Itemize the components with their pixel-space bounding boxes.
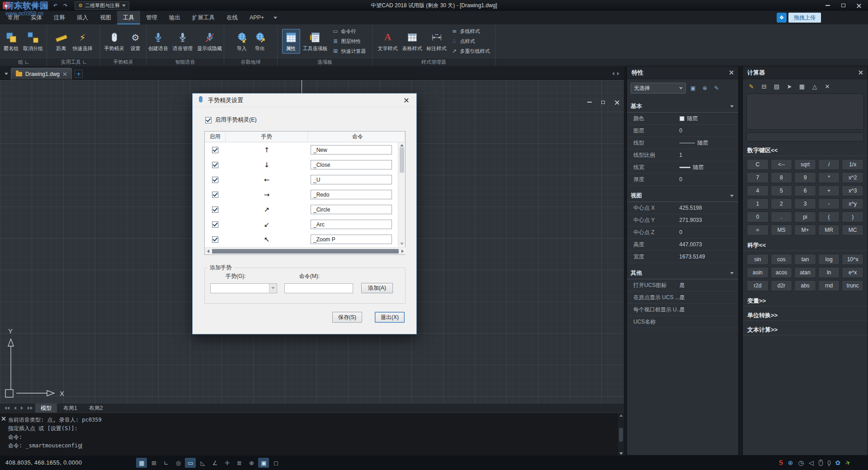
calc-key[interactable]: MS bbox=[771, 225, 793, 235]
scrollbar-thumb[interactable] bbox=[212, 249, 399, 254]
calc-key[interactable]: - bbox=[818, 198, 840, 209]
calc-key[interactable]: 6 bbox=[794, 185, 816, 196]
exit-button[interactable]: 退出(X) bbox=[375, 312, 405, 323]
scroll-down-icon[interactable] bbox=[400, 243, 404, 245]
history-icon[interactable]: ▤ bbox=[773, 82, 781, 90]
section-header-misc[interactable]: 其他 bbox=[627, 268, 738, 279]
calc-key[interactable]: / bbox=[818, 159, 840, 170]
next-layout-icon[interactable] bbox=[19, 406, 25, 410]
gesture-enable-checkbox[interactable] bbox=[212, 207, 218, 213]
property-row[interactable]: 每个视口都显示 U...是 bbox=[627, 304, 738, 316]
previous-layout-icon[interactable] bbox=[12, 406, 18, 410]
calc-key[interactable]: + bbox=[818, 185, 840, 196]
gesture-command-input[interactable] bbox=[311, 160, 392, 169]
distance-button[interactable]: 距离 bbox=[53, 29, 70, 53]
property-row[interactable]: 颜色随层 bbox=[627, 113, 738, 125]
undo-icon[interactable]: ↶ bbox=[51, 1, 60, 9]
numpad-section-header[interactable]: 数字键区<< bbox=[743, 145, 868, 156]
point-style-button[interactable]: ∴点样式 bbox=[451, 37, 490, 46]
calc-key[interactable]: C bbox=[747, 159, 769, 170]
calc-key[interactable]: 5 bbox=[771, 185, 793, 196]
scrollbar-thumb[interactable] bbox=[400, 147, 404, 173]
ribbon-options-icon[interactable] bbox=[270, 11, 281, 24]
calc-key[interactable]: 0 bbox=[747, 212, 769, 222]
mouse-icon[interactable] bbox=[819, 460, 823, 466]
calc-key[interactable]: 3 bbox=[794, 198, 816, 209]
gesture-command-input[interactable] bbox=[311, 190, 392, 199]
calc-key[interactable]: trunc bbox=[842, 280, 863, 291]
command-line-window[interactable]: 当前语音类型: 点, 录音人: pc0359 指定插入点 或 [设置(S)]: … bbox=[0, 413, 624, 456]
delta-icon[interactable]: △ bbox=[811, 82, 819, 90]
mdi-restore-button[interactable] bbox=[599, 99, 607, 105]
drag-upload-button[interactable]: 拖拽上传 bbox=[788, 13, 821, 23]
minimize-button[interactable] bbox=[821, 1, 835, 10]
menu-tab-output[interactable]: 输出 bbox=[163, 11, 186, 24]
horizontal-scrollbar[interactable] bbox=[205, 247, 406, 254]
polar-toggle[interactable]: ◎ bbox=[173, 458, 184, 468]
first-layout-icon[interactable] bbox=[3, 406, 11, 410]
dialog-close-button[interactable] bbox=[400, 96, 412, 105]
tab-layout2[interactable]: 布局2 bbox=[84, 404, 108, 413]
maximize-button[interactable] bbox=[836, 1, 850, 10]
grid-toggle[interactable]: ⊞ bbox=[148, 458, 159, 468]
text-style-button[interactable]: A 文字样式 bbox=[376, 29, 400, 53]
pane-collapse-left-icon[interactable] bbox=[612, 72, 614, 75]
tab-list-icon[interactable] bbox=[2, 68, 11, 80]
calc-key[interactable]: 10^x bbox=[842, 254, 863, 265]
calc-key[interactable]: ) bbox=[842, 212, 863, 222]
property-row[interactable]: 高度447.0073 bbox=[627, 239, 738, 251]
ungroup-button[interactable]: 取消分组 bbox=[21, 29, 45, 53]
section-header-general[interactable]: 基本 bbox=[627, 101, 738, 113]
scroll-down-icon[interactable] bbox=[619, 452, 623, 455]
add-gesture-button[interactable]: 添加(A) bbox=[361, 283, 393, 293]
text-calc-section-header[interactable]: 文本计算>> bbox=[743, 324, 868, 335]
new-file-icon[interactable]: ❏ bbox=[11, 1, 20, 9]
property-row[interactable]: 中心点 Y271.9033 bbox=[627, 214, 738, 226]
pointer-icon[interactable]: ➤ bbox=[785, 82, 793, 90]
close-button[interactable] bbox=[852, 1, 865, 10]
gesture-enable-checkbox[interactable] bbox=[212, 192, 218, 198]
property-row[interactable]: 中心点 X425.5198 bbox=[627, 202, 738, 214]
new-drawing-tab-button[interactable]: + bbox=[75, 70, 83, 78]
fullscreen-toggle[interactable]: ◻ bbox=[270, 458, 281, 468]
calc-key[interactable]: abs bbox=[794, 280, 816, 291]
gesture-command-input[interactable] bbox=[311, 220, 392, 229]
calc-key[interactable]: 1 bbox=[747, 198, 769, 209]
tool-palettes-button[interactable]: 工具选项板 bbox=[301, 29, 330, 53]
calc-key[interactable]: M+ bbox=[794, 225, 816, 235]
calc-key[interactable]: = bbox=[747, 225, 769, 235]
gesture-command-input[interactable] bbox=[311, 175, 392, 184]
gesture-command-input[interactable] bbox=[311, 205, 392, 214]
document-tab-drawing1[interactable]: Drawing1.dwg bbox=[11, 68, 72, 80]
close-tab-icon[interactable] bbox=[63, 72, 67, 76]
calculator-panel-header[interactable]: 计算器 bbox=[743, 66, 868, 79]
quick-select-icon[interactable]: ✎ bbox=[712, 84, 721, 93]
scientific-section-header[interactable]: 科学<< bbox=[743, 240, 868, 251]
calc-key[interactable]: pi bbox=[794, 212, 816, 222]
tab-model[interactable]: 模型 bbox=[35, 404, 57, 413]
save-icon[interactable]: ▦ bbox=[31, 1, 40, 9]
gesture-settings-button[interactable]: ⚙ 设置 bbox=[127, 29, 144, 53]
snap-toggle[interactable]: ▦ bbox=[136, 458, 147, 468]
dyn-toggle[interactable]: ∠ bbox=[209, 458, 220, 468]
calc-key[interactable]: e^x bbox=[842, 267, 863, 278]
gesture-enable-checkbox[interactable] bbox=[212, 147, 218, 153]
calc-key[interactable]: 1/x bbox=[842, 159, 863, 170]
new-command-input[interactable] bbox=[284, 283, 353, 293]
menu-tab-online[interactable]: 在线 bbox=[221, 11, 244, 24]
ortho-toggle[interactable]: ∟ bbox=[160, 458, 171, 468]
property-row[interactable]: UCS名称 bbox=[627, 316, 738, 328]
pane-collapse-right-icon[interactable] bbox=[617, 72, 619, 75]
calc-key[interactable]: ln bbox=[818, 267, 840, 278]
mline-style-button[interactable]: ≡多线样式 bbox=[451, 27, 490, 36]
property-row[interactable]: 厚度0 bbox=[627, 174, 738, 186]
gesture-enable-checkbox[interactable] bbox=[212, 236, 218, 243]
clock-icon[interactable]: ◷ bbox=[798, 459, 804, 466]
selection-filter-dropdown[interactable]: 无选择 bbox=[631, 83, 686, 94]
paste-value-icon[interactable]: ⊟ bbox=[760, 82, 768, 90]
property-row[interactable]: 线型比例1 bbox=[627, 149, 738, 161]
menu-tab-express[interactable]: 扩展工具 bbox=[186, 11, 221, 24]
calculator-input[interactable] bbox=[746, 132, 864, 141]
esnap-toggle[interactable]: ▭ bbox=[185, 458, 196, 468]
property-row[interactable]: 中心点 Z0 bbox=[627, 226, 738, 239]
